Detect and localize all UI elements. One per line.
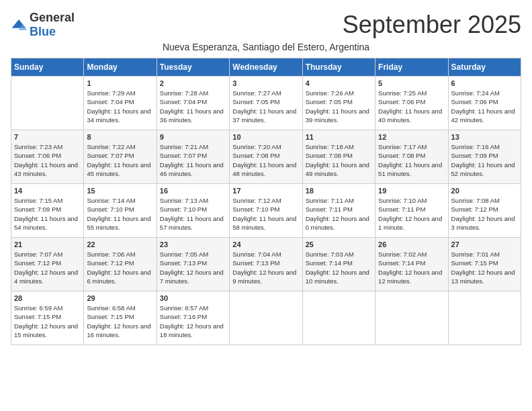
- table-row: 27 Sunrise: 7:01 AMSunset: 7:15 PMDaylig…: [448, 238, 521, 291]
- day-number: 26: [378, 240, 445, 248]
- header-row: Sunday Monday Tuesday Wednesday Thursday…: [11, 58, 521, 77]
- table-row: 29 Sunrise: 6:58 AMSunset: 7:15 PMDaylig…: [84, 291, 157, 345]
- day-info: Sunrise: 7:27 AMSunset: 7:05 PMDaylight:…: [232, 89, 299, 124]
- day-number: 16: [160, 187, 226, 195]
- day-info: Sunrise: 7:08 AMSunset: 7:12 PMDaylight:…: [451, 196, 518, 232]
- table-row: 24 Sunrise: 7:04 AMSunset: 7:13 PMDaylig…: [230, 238, 302, 291]
- table-row: 6 Sunrise: 7:24 AMSunset: 7:06 PMDayligh…: [448, 77, 521, 130]
- table-row: 26 Sunrise: 7:02 AMSunset: 7:14 PMDaylig…: [375, 238, 448, 291]
- col-friday: Friday: [375, 58, 448, 77]
- calendar-week-row: 14 Sunrise: 7:15 AMSunset: 7:09 PMDaylig…: [11, 184, 521, 238]
- day-number: 29: [87, 294, 153, 302]
- table-row: 11 Sunrise: 7:18 AMSunset: 7:08 PMDaylig…: [302, 130, 375, 184]
- day-info: Sunrise: 7:16 AMSunset: 7:09 PMDaylight:…: [451, 142, 518, 178]
- table-row: 12 Sunrise: 7:17 AMSunset: 7:08 PMDaylig…: [375, 130, 448, 184]
- table-row: 4 Sunrise: 7:26 AMSunset: 7:05 PMDayligh…: [302, 77, 375, 130]
- day-info: Sunrise: 7:04 AMSunset: 7:13 PMDaylight:…: [232, 250, 299, 285]
- day-number: 6: [451, 79, 518, 87]
- day-info: Sunrise: 7:10 AMSunset: 7:11 PMDaylight:…: [378, 196, 445, 232]
- day-info: Sunrise: 7:07 AMSunset: 7:12 PMDaylight:…: [14, 250, 81, 285]
- day-number: 1: [87, 79, 153, 87]
- day-number: 27: [451, 240, 518, 248]
- table-row: 30 Sunrise: 6:57 AMSunset: 7:16 PMDaylig…: [157, 291, 229, 345]
- day-info: Sunrise: 7:06 AMSunset: 7:12 PMDaylight:…: [87, 250, 153, 285]
- col-wednesday: Wednesday: [230, 58, 302, 77]
- day-info: Sunrise: 7:21 AMSunset: 7:07 PMDaylight:…: [160, 142, 226, 178]
- day-number: 12: [378, 133, 445, 141]
- day-info: Sunrise: 7:05 AMSunset: 7:13 PMDaylight:…: [160, 250, 226, 285]
- table-row: 9 Sunrise: 7:21 AMSunset: 7:07 PMDayligh…: [157, 130, 229, 184]
- day-info: Sunrise: 6:57 AMSunset: 7:16 PMDaylight:…: [160, 304, 226, 339]
- month-title: September 2025: [343, 11, 521, 39]
- day-number: 14: [14, 187, 81, 195]
- table-row: 21 Sunrise: 7:07 AMSunset: 7:12 PMDaylig…: [11, 238, 84, 291]
- table-row: 28 Sunrise: 6:59 AMSunset: 7:15 PMDaylig…: [11, 291, 84, 345]
- table-row: 20 Sunrise: 7:08 AMSunset: 7:12 PMDaylig…: [448, 184, 521, 238]
- day-number: 9: [160, 133, 226, 141]
- table-row: 18 Sunrise: 7:11 AMSunset: 7:11 PMDaylig…: [302, 184, 375, 238]
- calendar-table: Sunday Monday Tuesday Wednesday Thursday…: [11, 58, 521, 345]
- day-number: 22: [87, 240, 153, 248]
- logo-blue: Blue: [30, 25, 56, 38]
- logo-icon: [11, 18, 27, 32]
- table-row: 14 Sunrise: 7:15 AMSunset: 7:09 PMDaylig…: [11, 184, 84, 238]
- day-info: Sunrise: 7:25 AMSunset: 7:06 PMDaylight:…: [378, 89, 445, 124]
- table-row: 8 Sunrise: 7:22 AMSunset: 7:07 PMDayligh…: [84, 130, 157, 184]
- table-row: 17 Sunrise: 7:12 AMSunset: 7:10 PMDaylig…: [230, 184, 302, 238]
- day-info: Sunrise: 7:15 AMSunset: 7:09 PMDaylight:…: [14, 196, 81, 232]
- day-number: 8: [87, 133, 153, 141]
- day-info: Sunrise: 7:23 AMSunset: 7:06 PMDaylight:…: [14, 142, 81, 178]
- logo: General Blue: [11, 11, 75, 39]
- day-info: Sunrise: 7:01 AMSunset: 7:15 PMDaylight:…: [451, 250, 518, 285]
- table-row: [11, 77, 84, 130]
- day-number: 21: [14, 240, 81, 248]
- day-info: Sunrise: 7:18 AMSunset: 7:08 PMDaylight:…: [306, 142, 372, 178]
- title-area: September 2025: [343, 11, 521, 39]
- day-number: 7: [14, 133, 81, 141]
- col-tuesday: Tuesday: [157, 58, 229, 77]
- day-info: Sunrise: 7:13 AMSunset: 7:10 PMDaylight:…: [160, 196, 226, 232]
- day-info: Sunrise: 7:20 AMSunset: 7:08 PMDaylight:…: [232, 142, 299, 178]
- table-row: 3 Sunrise: 7:27 AMSunset: 7:05 PMDayligh…: [230, 77, 302, 130]
- table-row: 13 Sunrise: 7:16 AMSunset: 7:09 PMDaylig…: [448, 130, 521, 184]
- logo-general: General: [30, 11, 75, 24]
- table-row: 25 Sunrise: 7:03 AMSunset: 7:14 PMDaylig…: [302, 238, 375, 291]
- day-number: 24: [232, 240, 299, 248]
- table-row: 16 Sunrise: 7:13 AMSunset: 7:10 PMDaylig…: [157, 184, 229, 238]
- day-number: 30: [160, 294, 226, 302]
- day-number: 5: [378, 79, 445, 87]
- table-row: [375, 291, 448, 345]
- calendar-week-row: 7 Sunrise: 7:23 AMSunset: 7:06 PMDayligh…: [11, 130, 521, 184]
- table-row: 22 Sunrise: 7:06 AMSunset: 7:12 PMDaylig…: [84, 238, 157, 291]
- day-number: 3: [232, 79, 299, 87]
- day-number: 28: [14, 294, 81, 302]
- table-row: 2 Sunrise: 7:28 AMSunset: 7:04 PMDayligh…: [157, 77, 229, 130]
- day-info: Sunrise: 6:58 AMSunset: 7:15 PMDaylight:…: [87, 304, 153, 339]
- day-info: Sunrise: 7:12 AMSunset: 7:10 PMDaylight:…: [232, 196, 299, 232]
- day-number: 23: [160, 240, 226, 248]
- table-row: 1 Sunrise: 7:29 AMSunset: 7:04 PMDayligh…: [84, 77, 157, 130]
- day-number: 19: [378, 187, 445, 195]
- day-number: 13: [451, 133, 518, 141]
- day-number: 20: [451, 187, 518, 195]
- table-row: 23 Sunrise: 7:05 AMSunset: 7:13 PMDaylig…: [157, 238, 229, 291]
- table-row: [448, 291, 521, 345]
- day-info: Sunrise: 6:59 AMSunset: 7:15 PMDaylight:…: [14, 304, 81, 339]
- col-monday: Monday: [84, 58, 157, 77]
- day-number: 17: [232, 187, 299, 195]
- day-info: Sunrise: 7:14 AMSunset: 7:10 PMDaylight:…: [87, 196, 153, 232]
- table-row: 7 Sunrise: 7:23 AMSunset: 7:06 PMDayligh…: [11, 130, 84, 184]
- calendar-week-row: 21 Sunrise: 7:07 AMSunset: 7:12 PMDaylig…: [11, 238, 521, 291]
- calendar-week-row: 28 Sunrise: 6:59 AMSunset: 7:15 PMDaylig…: [11, 291, 521, 345]
- day-number: 10: [232, 133, 299, 141]
- table-row: 5 Sunrise: 7:25 AMSunset: 7:06 PMDayligh…: [375, 77, 448, 130]
- day-number: 15: [87, 187, 153, 195]
- day-info: Sunrise: 7:03 AMSunset: 7:14 PMDaylight:…: [306, 250, 372, 285]
- day-info: Sunrise: 7:24 AMSunset: 7:06 PMDaylight:…: [451, 89, 518, 124]
- logo-text: General Blue: [30, 11, 75, 39]
- table-row: 19 Sunrise: 7:10 AMSunset: 7:11 PMDaylig…: [375, 184, 448, 238]
- day-number: 2: [160, 79, 226, 87]
- col-sunday: Sunday: [11, 58, 84, 77]
- day-number: 4: [306, 79, 372, 87]
- day-info: Sunrise: 7:02 AMSunset: 7:14 PMDaylight:…: [378, 250, 445, 285]
